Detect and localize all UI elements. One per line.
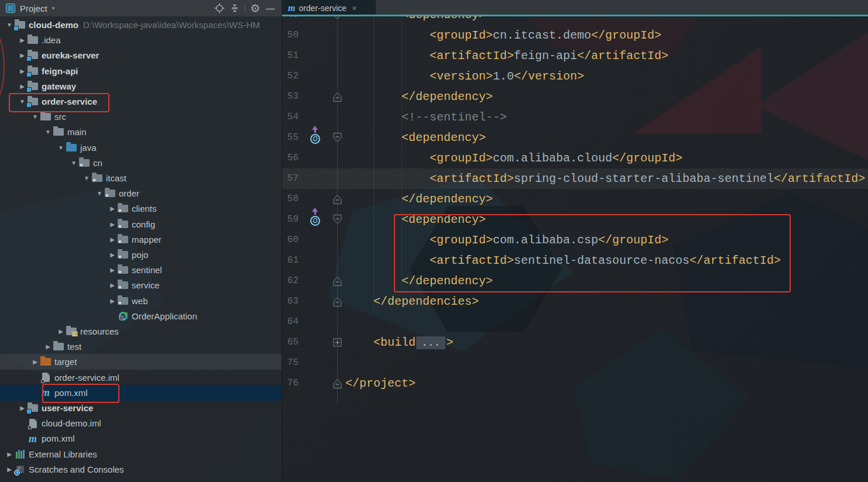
line-number: 52: [282, 66, 299, 87]
tree-item-java[interactable]: ▼java: [0, 140, 282, 156]
expand-arrow-icon[interactable]: ▶: [108, 252, 117, 258]
collapse-arrow-icon[interactable]: ▼: [69, 160, 78, 166]
fold-marker-end-icon[interactable]: [332, 296, 343, 307]
tree-item-sentinel[interactable]: ▶sentinel: [0, 262, 282, 278]
code-text: </dependency>: [345, 87, 868, 107]
expand-arrow-icon[interactable]: ▶: [43, 343, 53, 350]
collapse-arrow-icon[interactable]: ▼: [56, 144, 66, 151]
folded-region-placeholder[interactable]: ...: [416, 336, 445, 349]
code-line-50[interactable]: 50<groupId>cn.itcast.demo</groupId>: [282, 25, 868, 46]
expand-arrow-icon[interactable]: ▶: [108, 267, 117, 273]
tree-item-cn[interactable]: ▼cn: [0, 155, 282, 171]
tree-item-feign-api[interactable]: ▶feign-api: [0, 63, 282, 79]
tree-item-external-libraries[interactable]: ▶External Libraries: [0, 446, 282, 462]
code-line-60[interactable]: 60<groupId>com.alibaba.csp</groupId>: [282, 230, 868, 250]
fold-marker-end-icon[interactable]: [332, 276, 343, 287]
tree-item-pojo[interactable]: ▶pojo: [0, 247, 282, 263]
tree-item-clients[interactable]: ▶clients: [0, 201, 282, 216]
fold-marker-end-icon[interactable]: [332, 378, 343, 389]
expand-arrow-icon[interactable]: ▶: [18, 83, 27, 89]
fold-marker-start-icon[interactable]: [332, 214, 343, 225]
project-toolbar-title[interactable]: Project: [20, 4, 47, 13]
tree-item--idea[interactable]: ▶.idea: [0, 32, 282, 48]
tree-item-label: main: [67, 127, 87, 137]
expand-arrow-icon[interactable]: ▶: [18, 405, 27, 411]
tree-item-eureka-server[interactable]: ▶eureka-server: [0, 47, 282, 63]
maven-override-gutter-icon[interactable]: O: [310, 126, 320, 148]
tree-item-order[interactable]: ▼order: [0, 185, 282, 201]
code-text: <build...>: [345, 332, 868, 353]
tree-item-test[interactable]: ▶test: [0, 339, 282, 354]
settings-gear-icon[interactable]: ⚙: [248, 2, 263, 15]
expand-arrow-icon[interactable]: ▶: [108, 298, 117, 304]
fold-marker-end-icon[interactable]: [332, 91, 343, 102]
locate-file-icon[interactable]: [212, 2, 227, 15]
collapse-all-icon[interactable]: [227, 2, 242, 15]
collapse-arrow-icon[interactable]: ▼: [95, 190, 104, 197]
code-line-76[interactable]: 76</project>: [282, 373, 868, 394]
tree-item-pom-xml[interactable]: mpom.xml: [0, 385, 282, 401]
tree-item-scratches-and-consoles[interactable]: ▶Scratches and Consoles: [0, 462, 282, 477]
expand-arrow-icon[interactable]: ▶: [108, 221, 117, 228]
tree-item-cloud-demo[interactable]: ▼cloud-demoD:\Workspace-java\idea\Worksp…: [0, 17, 282, 33]
code-line-59[interactable]: 59O<dependency>: [282, 209, 868, 230]
tab-order-service[interactable]: m order-service ×: [282, 0, 376, 16]
maven-override-gutter-icon[interactable]: O: [310, 208, 320, 230]
code-line-61[interactable]: 61<artifactId>sentinel-datasource-nacos<…: [282, 250, 868, 271]
code-line-56[interactable]: 56<groupId>com.alibaba.cloud</groupId>: [282, 148, 868, 168]
tree-item-target[interactable]: ▶target: [0, 354, 282, 370]
tree-item-user-service[interactable]: ▶user-service: [0, 400, 282, 416]
tree-item-config[interactable]: ▶config: [0, 216, 282, 232]
collapse-arrow-icon[interactable]: ▼: [5, 22, 14, 28]
collapse-arrow-icon[interactable]: ▼: [30, 113, 40, 120]
code-line-52[interactable]: 52<version>1.0</version>: [282, 66, 868, 87]
code-line-53[interactable]: 53</dependency>: [282, 87, 868, 107]
collapse-arrow-icon[interactable]: ▼: [82, 175, 91, 181]
code-line-54[interactable]: 54<!--sentinel-->: [282, 107, 868, 128]
code-line-62[interactable]: 62</dependency>: [282, 271, 868, 291]
chevron-down-icon[interactable]: ▾: [52, 5, 55, 11]
expand-arrow-icon[interactable]: ▶: [18, 68, 27, 74]
expand-arrow-icon[interactable]: ▶: [108, 236, 117, 243]
code-area[interactable]: 49<dependency>50<groupId>cn.itcast.demo<…: [282, 0, 868, 482]
fold-marker-collapsed-icon[interactable]: [332, 337, 343, 348]
expand-arrow-icon[interactable]: ▶: [18, 37, 27, 43]
expand-arrow-icon[interactable]: ▶: [108, 282, 117, 288]
tree-item-web[interactable]: ▶web: [0, 293, 282, 309]
tab-close-icon[interactable]: ×: [352, 4, 356, 13]
code-segment-tag: </project>: [345, 377, 416, 390]
expand-arrow-icon[interactable]: ▶: [5, 466, 14, 473]
tree-item-itcast[interactable]: ▼itcast: [0, 170, 282, 186]
expand-arrow-icon[interactable]: ▶: [108, 205, 117, 212]
tree-item-main[interactable]: ▼main: [0, 124, 282, 140]
fold-marker-end-icon[interactable]: [332, 194, 343, 205]
expand-arrow-icon[interactable]: ▶: [30, 359, 40, 365]
code-line-51[interactable]: 51<artifactId>feign-api</artifactId>: [282, 46, 868, 66]
tree-item-cloud-demo-iml[interactable]: cloud-demo.iml: [0, 415, 282, 431]
tree-item-service[interactable]: ▶service: [0, 277, 282, 293]
fold-marker-start-icon[interactable]: [332, 132, 343, 143]
tree-item-src[interactable]: ▼src: [0, 109, 282, 125]
collapse-arrow-icon[interactable]: ▼: [18, 98, 27, 105]
code-line-64[interactable]: 64: [282, 312, 868, 332]
expand-arrow-icon[interactable]: ▶: [5, 451, 14, 457]
expand-arrow-icon[interactable]: ▶: [56, 328, 66, 335]
code-line-55[interactable]: 55O<dependency>: [282, 128, 868, 148]
tree-item-mapper[interactable]: ▶mapper: [0, 232, 282, 247]
class-run-icon: [117, 312, 129, 321]
tree-item-orderapplication[interactable]: OrderApplication: [0, 308, 282, 324]
code-line-75[interactable]: 75: [282, 353, 868, 373]
hide-panel-icon[interactable]: —: [263, 2, 278, 15]
code-line-65[interactable]: 65<build...>: [282, 332, 868, 353]
tree-item-order-service-iml[interactable]: order-service.iml: [0, 370, 282, 385]
line-number: 57: [282, 168, 299, 189]
tree-item-order-service[interactable]: ▼order-service: [0, 94, 282, 109]
code-line-58[interactable]: 58</dependency>: [282, 189, 868, 209]
tree-item-resources[interactable]: ▶resources: [0, 323, 282, 339]
tree-item-gateway[interactable]: ▶gateway: [0, 78, 282, 94]
code-line-63[interactable]: 63</dependencies>: [282, 291, 868, 312]
collapse-arrow-icon[interactable]: ▼: [43, 129, 53, 135]
tree-item-pom-xml[interactable]: mpom.xml: [0, 431, 282, 446]
code-line-57[interactable]: 57<artifactId>spring-cloud-starter-aliba…: [282, 168, 868, 189]
expand-arrow-icon[interactable]: ▶: [18, 52, 27, 58]
